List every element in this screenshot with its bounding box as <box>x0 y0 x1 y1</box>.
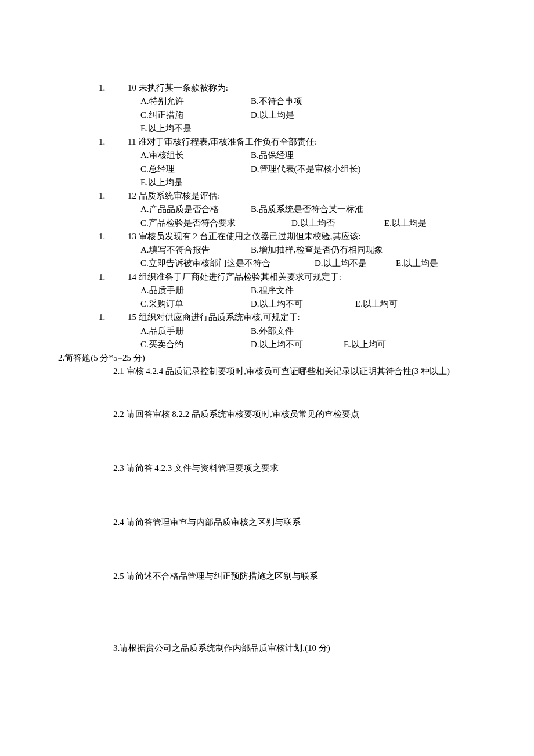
option-row: C.采购订单 D.以上均不可 E.以上均可 <box>128 297 476 311</box>
option-row: A.品质手册 B.外部文件 <box>128 325 476 338</box>
option-e: E.以上均是 <box>396 257 438 270</box>
short-answer-2-3: 2.3 请简答 4.2.3 文件与资料管理要项之要求 <box>58 462 476 475</box>
option-a: A.特别允许 <box>140 95 251 108</box>
option-row: A.产品品质是否合格 B.品质系统是否符合某一标准 <box>128 203 476 216</box>
question-body: 12 品质系统审核是评估: A.产品品质是否合格 B.品质系统是否符合某一标准 … <box>128 189 476 230</box>
option-d: D.以上均不是 <box>315 257 396 270</box>
question-1-12: 1. 12 品质系统审核是评估: A.产品品质是否合格 B.品质系统是否符合某一… <box>58 189 476 230</box>
section-3-prompt: 3.请根据贵公司之品质系统制作内部品质审核计划.(10 分) <box>58 642 476 655</box>
option-row: A.填写不符合报告 B.增加抽样,检查是否仍有相同现象 <box>128 243 476 257</box>
document-page: 1. 10 未执行某一条款被称为: A.特别允许 B.不符合事项 C.纠正措施 … <box>0 0 534 701</box>
option-a: A.品质手册 <box>140 284 251 297</box>
option-e: E.以上均可 <box>344 338 386 351</box>
question-number: 1. <box>58 81 128 135</box>
option-a: A.填写不符合报告 <box>140 243 251 257</box>
option-a: A.审核组长 <box>140 149 251 162</box>
option-d: D.管理代表(不是审核小组长) <box>251 163 361 176</box>
option-e: E.以上均是 <box>140 176 183 189</box>
option-c: C.买卖合约 <box>140 338 251 351</box>
option-c: C.产品检验是否符合要求 <box>140 217 291 230</box>
question-1-11: 1. 11 谁对于审核行程表,审核准备工作负有全部责任: A.审核组长 B.品保… <box>58 135 476 189</box>
question-stem: 12 品质系统审核是评估: <box>128 189 476 203</box>
question-stem: 11 谁对于审核行程表,审核准备工作负有全部责任: <box>128 135 476 149</box>
option-row: E.以上均不是 <box>128 122 476 135</box>
question-number: 1. <box>58 230 128 271</box>
question-1-10: 1. 10 未执行某一条款被称为: A.特别允许 B.不符合事项 C.纠正措施 … <box>58 81 476 135</box>
option-e: E.以上均是 <box>384 217 427 230</box>
option-b: B.品保经理 <box>251 149 294 162</box>
question-body: 14 组织准备于厂商处进行产品检验其相关要求可规定于: A.品质手册 B.程序文… <box>128 271 476 311</box>
question-1-15: 1. 15 组织对供应商进行品质系统审核,可规定于: A.品质手册 B.外部文件… <box>58 311 476 351</box>
option-row: E.以上均是 <box>128 176 476 189</box>
question-stem: 15 组织对供应商进行品质系统审核,可规定于: <box>128 311 476 324</box>
option-e: E.以上均可 <box>355 297 398 311</box>
option-row: C.产品检验是否符合要求 D.以上均否 E.以上均是 <box>128 217 476 230</box>
question-body: 11 谁对于审核行程表,审核准备工作负有全部责任: A.审核组长 B.品保经理 … <box>128 135 476 189</box>
option-row: C.纠正措施 D.以上均是 <box>128 109 476 122</box>
option-c: C.纠正措施 <box>140 109 251 122</box>
short-answer-2-5: 2.5 请简述不合格品管理与纠正预防措施之区别与联系 <box>58 570 476 583</box>
question-body: 10 未执行某一条款被称为: A.特别允许 B.不符合事项 C.纠正措施 D.以… <box>128 81 476 135</box>
short-answer-2-1: 2.1 审核 4.2.4 品质记录控制要项时,审核员可查证哪些相关记录以证明其符… <box>58 365 476 378</box>
option-a: A.品质手册 <box>140 325 251 338</box>
option-b: B.外部文件 <box>251 325 294 338</box>
option-b: B.增加抽样,检查是否仍有相同现象 <box>251 243 383 257</box>
short-answer-2-2: 2.2 请回答审核 8.2.2 品质系统审核要项时,审核员常见的查检要点 <box>58 408 476 421</box>
option-b: B.不符合事项 <box>251 95 302 108</box>
question-number: 1. <box>58 135 128 189</box>
question-number: 1. <box>58 189 128 230</box>
option-row: C.总经理 D.管理代表(不是审核小组长) <box>128 163 476 176</box>
option-c: C.采购订单 <box>140 297 251 311</box>
option-a: A.产品品质是否合格 <box>140 203 251 216</box>
short-answer-2-4: 2.4 请简答管理审查与内部品质审核之区别与联系 <box>58 516 476 529</box>
question-number: 1. <box>58 311 128 351</box>
option-row: A.品质手册 B.程序文件 <box>128 284 476 297</box>
option-c: C.总经理 <box>140 163 251 176</box>
question-1-13: 1. 13 审核员发现有 2 台正在使用之仪器已过期但未校验,其应该: A.填写… <box>58 230 476 271</box>
option-row: A.审核组长 B.品保经理 <box>128 149 476 162</box>
question-stem: 13 审核员发现有 2 台正在使用之仪器已过期但未校验,其应该: <box>128 230 476 243</box>
option-e: E.以上均不是 <box>140 122 192 135</box>
option-b: B.品质系统是否符合某一标准 <box>251 203 363 216</box>
option-d: D.以上均不可 <box>251 338 344 351</box>
question-body: 13 审核员发现有 2 台正在使用之仪器已过期但未校验,其应该: A.填写不符合… <box>128 230 476 271</box>
option-c: C.立即告诉被审核部门这是不符合 <box>140 257 315 270</box>
option-d: D.以上均不可 <box>251 297 355 311</box>
question-stem: 10 未执行某一条款被称为: <box>128 81 476 95</box>
option-row: A.特别允许 B.不符合事项 <box>128 95 476 108</box>
option-row: C.买卖合约 D.以上均不可 E.以上均可 <box>128 338 476 351</box>
option-b: B.程序文件 <box>251 284 294 297</box>
section-2-heading: 2.简答题(5 分*5=25 分) <box>58 351 476 365</box>
option-d: D.以上均否 <box>291 217 384 230</box>
option-d: D.以上均是 <box>251 109 294 122</box>
question-stem: 14 组织准备于厂商处进行产品检验其相关要求可规定于: <box>128 271 476 284</box>
option-row: C.立即告诉被审核部门这是不符合 D.以上均不是 E.以上均是 <box>128 257 476 270</box>
question-body: 15 组织对供应商进行品质系统审核,可规定于: A.品质手册 B.外部文件 C.… <box>128 311 476 351</box>
question-number: 1. <box>58 271 128 311</box>
question-1-14: 1. 14 组织准备于厂商处进行产品检验其相关要求可规定于: A.品质手册 B.… <box>58 271 476 311</box>
